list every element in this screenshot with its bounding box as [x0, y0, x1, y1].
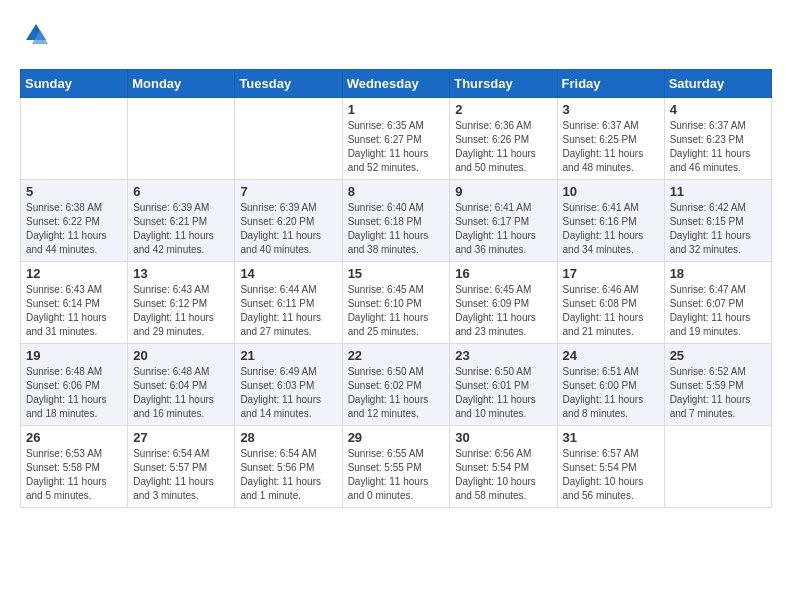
day-info: Sunrise: 6:40 AM Sunset: 6:18 PM Dayligh…	[348, 201, 445, 257]
day-number: 28	[240, 430, 336, 445]
day-info: Sunrise: 6:37 AM Sunset: 6:23 PM Dayligh…	[670, 119, 766, 175]
weekday-header: Friday	[557, 70, 664, 98]
day-number: 12	[26, 266, 122, 281]
day-number: 16	[455, 266, 551, 281]
day-info: Sunrise: 6:52 AM Sunset: 5:59 PM Dayligh…	[670, 365, 766, 421]
day-info: Sunrise: 6:56 AM Sunset: 5:54 PM Dayligh…	[455, 447, 551, 503]
calendar-day-cell: 13Sunrise: 6:43 AM Sunset: 6:12 PM Dayli…	[128, 262, 235, 344]
calendar-day-cell: 19Sunrise: 6:48 AM Sunset: 6:06 PM Dayli…	[21, 344, 128, 426]
calendar-day-cell: 9Sunrise: 6:41 AM Sunset: 6:17 PM Daylig…	[450, 180, 557, 262]
calendar-week-row: 12Sunrise: 6:43 AM Sunset: 6:14 PM Dayli…	[21, 262, 772, 344]
day-number: 17	[563, 266, 659, 281]
day-info: Sunrise: 6:39 AM Sunset: 6:21 PM Dayligh…	[133, 201, 229, 257]
day-info: Sunrise: 6:39 AM Sunset: 6:20 PM Dayligh…	[240, 201, 336, 257]
day-info: Sunrise: 6:54 AM Sunset: 5:56 PM Dayligh…	[240, 447, 336, 503]
weekday-header: Tuesday	[235, 70, 342, 98]
calendar-week-row: 26Sunrise: 6:53 AM Sunset: 5:58 PM Dayli…	[21, 426, 772, 508]
day-number: 26	[26, 430, 122, 445]
calendar-header-row: SundayMondayTuesdayWednesdayThursdayFrid…	[21, 70, 772, 98]
day-info: Sunrise: 6:55 AM Sunset: 5:55 PM Dayligh…	[348, 447, 445, 503]
day-number: 27	[133, 430, 229, 445]
day-number: 7	[240, 184, 336, 199]
day-info: Sunrise: 6:51 AM Sunset: 6:00 PM Dayligh…	[563, 365, 659, 421]
day-number: 20	[133, 348, 229, 363]
day-number: 4	[670, 102, 766, 117]
day-number: 5	[26, 184, 122, 199]
calendar-day-cell: 11Sunrise: 6:42 AM Sunset: 6:15 PM Dayli…	[664, 180, 771, 262]
weekday-header: Monday	[128, 70, 235, 98]
day-info: Sunrise: 6:43 AM Sunset: 6:14 PM Dayligh…	[26, 283, 122, 339]
weekday-header: Saturday	[664, 70, 771, 98]
calendar-day-cell: 16Sunrise: 6:45 AM Sunset: 6:09 PM Dayli…	[450, 262, 557, 344]
calendar-week-row: 1Sunrise: 6:35 AM Sunset: 6:27 PM Daylig…	[21, 98, 772, 180]
calendar-empty-cell	[235, 98, 342, 180]
weekday-header: Thursday	[450, 70, 557, 98]
calendar-week-row: 19Sunrise: 6:48 AM Sunset: 6:06 PM Dayli…	[21, 344, 772, 426]
day-info: Sunrise: 6:49 AM Sunset: 6:03 PM Dayligh…	[240, 365, 336, 421]
day-info: Sunrise: 6:50 AM Sunset: 6:01 PM Dayligh…	[455, 365, 551, 421]
day-number: 25	[670, 348, 766, 363]
calendar-day-cell: 31Sunrise: 6:57 AM Sunset: 5:54 PM Dayli…	[557, 426, 664, 508]
calendar-day-cell: 4Sunrise: 6:37 AM Sunset: 6:23 PM Daylig…	[664, 98, 771, 180]
calendar-empty-cell	[664, 426, 771, 508]
calendar-week-row: 5Sunrise: 6:38 AM Sunset: 6:22 PM Daylig…	[21, 180, 772, 262]
day-info: Sunrise: 6:38 AM Sunset: 6:22 PM Dayligh…	[26, 201, 122, 257]
day-number: 23	[455, 348, 551, 363]
logo	[20, 20, 50, 53]
day-info: Sunrise: 6:41 AM Sunset: 6:16 PM Dayligh…	[563, 201, 659, 257]
calendar-day-cell: 12Sunrise: 6:43 AM Sunset: 6:14 PM Dayli…	[21, 262, 128, 344]
calendar-day-cell: 6Sunrise: 6:39 AM Sunset: 6:21 PM Daylig…	[128, 180, 235, 262]
day-info: Sunrise: 6:42 AM Sunset: 6:15 PM Dayligh…	[670, 201, 766, 257]
day-info: Sunrise: 6:50 AM Sunset: 6:02 PM Dayligh…	[348, 365, 445, 421]
calendar-day-cell: 1Sunrise: 6:35 AM Sunset: 6:27 PM Daylig…	[342, 98, 450, 180]
day-number: 13	[133, 266, 229, 281]
day-info: Sunrise: 6:45 AM Sunset: 6:09 PM Dayligh…	[455, 283, 551, 339]
logo-icon	[22, 20, 50, 48]
day-info: Sunrise: 6:46 AM Sunset: 6:08 PM Dayligh…	[563, 283, 659, 339]
day-info: Sunrise: 6:48 AM Sunset: 6:06 PM Dayligh…	[26, 365, 122, 421]
day-number: 8	[348, 184, 445, 199]
calendar-day-cell: 10Sunrise: 6:41 AM Sunset: 6:16 PM Dayli…	[557, 180, 664, 262]
calendar-day-cell: 26Sunrise: 6:53 AM Sunset: 5:58 PM Dayli…	[21, 426, 128, 508]
calendar-empty-cell	[21, 98, 128, 180]
calendar-day-cell: 25Sunrise: 6:52 AM Sunset: 5:59 PM Dayli…	[664, 344, 771, 426]
day-number: 18	[670, 266, 766, 281]
day-info: Sunrise: 6:41 AM Sunset: 6:17 PM Dayligh…	[455, 201, 551, 257]
calendar-day-cell: 8Sunrise: 6:40 AM Sunset: 6:18 PM Daylig…	[342, 180, 450, 262]
calendar-day-cell: 15Sunrise: 6:45 AM Sunset: 6:10 PM Dayli…	[342, 262, 450, 344]
calendar-day-cell: 3Sunrise: 6:37 AM Sunset: 6:25 PM Daylig…	[557, 98, 664, 180]
calendar-day-cell: 18Sunrise: 6:47 AM Sunset: 6:07 PM Dayli…	[664, 262, 771, 344]
calendar-day-cell: 14Sunrise: 6:44 AM Sunset: 6:11 PM Dayli…	[235, 262, 342, 344]
day-info: Sunrise: 6:37 AM Sunset: 6:25 PM Dayligh…	[563, 119, 659, 175]
calendar-day-cell: 21Sunrise: 6:49 AM Sunset: 6:03 PM Dayli…	[235, 344, 342, 426]
day-info: Sunrise: 6:54 AM Sunset: 5:57 PM Dayligh…	[133, 447, 229, 503]
day-info: Sunrise: 6:36 AM Sunset: 6:26 PM Dayligh…	[455, 119, 551, 175]
calendar-day-cell: 7Sunrise: 6:39 AM Sunset: 6:20 PM Daylig…	[235, 180, 342, 262]
page-header	[20, 20, 772, 53]
calendar-day-cell: 28Sunrise: 6:54 AM Sunset: 5:56 PM Dayli…	[235, 426, 342, 508]
weekday-header: Sunday	[21, 70, 128, 98]
calendar-day-cell: 22Sunrise: 6:50 AM Sunset: 6:02 PM Dayli…	[342, 344, 450, 426]
calendar-day-cell: 29Sunrise: 6:55 AM Sunset: 5:55 PM Dayli…	[342, 426, 450, 508]
weekday-header: Wednesday	[342, 70, 450, 98]
day-info: Sunrise: 6:57 AM Sunset: 5:54 PM Dayligh…	[563, 447, 659, 503]
day-number: 2	[455, 102, 551, 117]
calendar-day-cell: 5Sunrise: 6:38 AM Sunset: 6:22 PM Daylig…	[21, 180, 128, 262]
day-info: Sunrise: 6:48 AM Sunset: 6:04 PM Dayligh…	[133, 365, 229, 421]
day-number: 15	[348, 266, 445, 281]
calendar-day-cell: 24Sunrise: 6:51 AM Sunset: 6:00 PM Dayli…	[557, 344, 664, 426]
day-info: Sunrise: 6:45 AM Sunset: 6:10 PM Dayligh…	[348, 283, 445, 339]
calendar-day-cell: 17Sunrise: 6:46 AM Sunset: 6:08 PM Dayli…	[557, 262, 664, 344]
day-number: 31	[563, 430, 659, 445]
day-info: Sunrise: 6:53 AM Sunset: 5:58 PM Dayligh…	[26, 447, 122, 503]
day-number: 10	[563, 184, 659, 199]
day-info: Sunrise: 6:47 AM Sunset: 6:07 PM Dayligh…	[670, 283, 766, 339]
day-number: 3	[563, 102, 659, 117]
calendar-table: SundayMondayTuesdayWednesdayThursdayFrid…	[20, 69, 772, 508]
day-number: 14	[240, 266, 336, 281]
day-number: 30	[455, 430, 551, 445]
calendar-day-cell: 2Sunrise: 6:36 AM Sunset: 6:26 PM Daylig…	[450, 98, 557, 180]
calendar-day-cell: 30Sunrise: 6:56 AM Sunset: 5:54 PM Dayli…	[450, 426, 557, 508]
day-number: 22	[348, 348, 445, 363]
calendar-day-cell: 23Sunrise: 6:50 AM Sunset: 6:01 PM Dayli…	[450, 344, 557, 426]
